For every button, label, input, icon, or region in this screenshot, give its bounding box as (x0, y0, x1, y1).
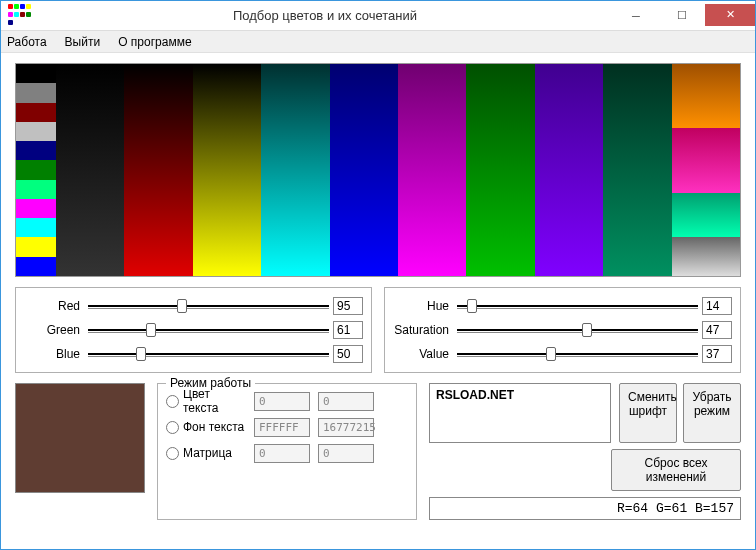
mode-text-color[interactable]: Цвет текста (166, 387, 246, 415)
menu-exit[interactable]: Выйти (65, 35, 101, 49)
hue-label: Hue (393, 299, 453, 313)
green-slider[interactable] (88, 321, 329, 339)
window-controls: ─ ☐ ✕ (613, 4, 755, 28)
radio-matrix[interactable] (166, 447, 179, 460)
gradient-10[interactable] (672, 64, 740, 276)
bg-hex: FFFFFF (254, 418, 310, 437)
color-preview (15, 383, 145, 493)
val-label: Value (393, 347, 453, 361)
remove-mode-button[interactable]: Убрать режим (683, 383, 741, 443)
gradient-9[interactable] (603, 64, 671, 276)
radio-bg-color[interactable] (166, 421, 179, 434)
text-dec: 0 (318, 392, 374, 411)
hsv-group: Hue 14 Saturation 47 Value 37 (384, 287, 741, 373)
bg-dec: 16777215 (318, 418, 374, 437)
maximize-button[interactable]: ☐ (659, 4, 705, 28)
close-button[interactable]: ✕ (705, 4, 755, 26)
status-bar: R=64 G=61 B=157 (429, 497, 741, 520)
gradient-6[interactable] (398, 64, 466, 276)
hue-slider[interactable] (457, 297, 698, 315)
red-value[interactable]: 95 (333, 297, 363, 315)
titlebar: Подбор цветов и их сочетаний ─ ☐ ✕ (1, 1, 755, 31)
val-value[interactable]: 37 (702, 345, 732, 363)
red-label: Red (24, 299, 84, 313)
sat-slider[interactable] (457, 321, 698, 339)
green-label: Green (24, 323, 84, 337)
gradient-4[interactable] (261, 64, 329, 276)
gradient-2[interactable] (124, 64, 192, 276)
gradient-7[interactable] (466, 64, 534, 276)
menu-about[interactable]: О программе (118, 35, 191, 49)
gradient-8[interactable] (535, 64, 603, 276)
blue-label: Blue (24, 347, 84, 361)
reset-all-button[interactable]: Сброс всех изменений (611, 449, 741, 491)
mode-matrix[interactable]: Матрица (166, 446, 246, 460)
matrix-dec: 0 (318, 444, 374, 463)
red-slider[interactable] (88, 297, 329, 315)
menubar: Работа Выйти О программе (1, 31, 755, 53)
menu-work[interactable]: Работа (7, 35, 47, 49)
swatch-column[interactable] (16, 64, 56, 276)
gradient-1[interactable] (56, 64, 124, 276)
mode-group: Режим работы Цвет текста 0 0 Фон текста … (157, 383, 417, 520)
text-hex: 0 (254, 392, 310, 411)
rgb-group: Red 95 Green 61 Blue 50 (15, 287, 372, 373)
matrix-hex: 0 (254, 444, 310, 463)
mode-bg-color[interactable]: Фон текста (166, 420, 246, 434)
app-icon (7, 4, 31, 28)
gradient-3[interactable] (193, 64, 261, 276)
sat-value[interactable]: 47 (702, 321, 732, 339)
sat-label: Saturation (393, 323, 453, 337)
window-title: Подбор цветов и их сочетаний (37, 8, 613, 23)
mode-legend: Режим работы (166, 376, 255, 390)
change-font-button[interactable]: Сменить шрифт (619, 383, 677, 443)
blue-slider[interactable] (88, 345, 329, 363)
minimize-button[interactable]: ─ (613, 4, 659, 28)
hue-value[interactable]: 14 (702, 297, 732, 315)
sample-textbox[interactable]: RSLOAD.NET (429, 383, 611, 443)
radio-text-color[interactable] (166, 395, 179, 408)
blue-value[interactable]: 50 (333, 345, 363, 363)
gradient-5[interactable] (330, 64, 398, 276)
val-slider[interactable] (457, 345, 698, 363)
green-value[interactable]: 61 (333, 321, 363, 339)
color-palette[interactable] (15, 63, 741, 277)
